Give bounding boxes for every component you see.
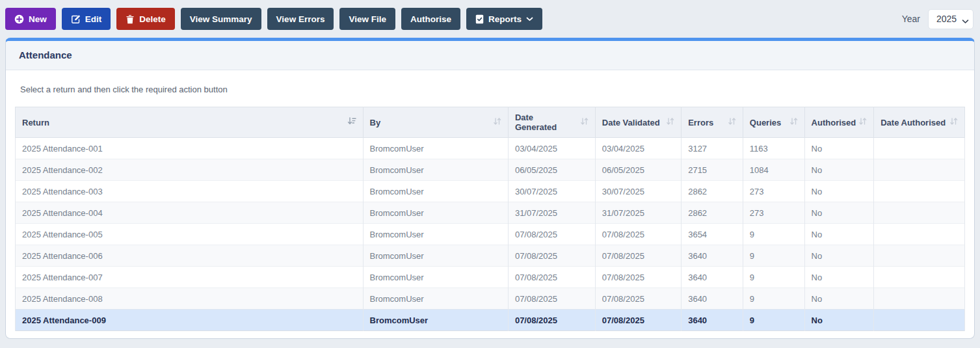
delete-button-label: Delete — [139, 14, 166, 24]
table-row[interactable]: 2025 Attendance-004BromcomUser31/07/2025… — [16, 202, 965, 224]
sort-icon — [580, 117, 589, 127]
cell-date_generated: 07/08/2025 — [508, 288, 595, 310]
view-summary-button-label: View Summary — [190, 14, 252, 24]
cell-date_generated: 07/08/2025 — [508, 267, 595, 288]
cell-errors: 2862 — [682, 202, 743, 224]
cell-date_generated: 31/07/2025 — [508, 202, 595, 224]
cell-authorised: No — [804, 159, 874, 181]
delete-button[interactable]: Delete — [116, 8, 175, 30]
table-row[interactable]: 2025 Attendance-007BromcomUser07/08/2025… — [16, 267, 965, 288]
cell-date_validated: 30/07/2025 — [595, 181, 681, 202]
cell-date_generated: 30/07/2025 — [508, 181, 595, 202]
instruction-text: Select a return and then click the requi… — [20, 85, 960, 94]
view-summary-button[interactable]: View Summary — [181, 8, 261, 30]
cell-return: 2025 Attendance-008 — [16, 288, 364, 310]
cell-date_generated: 07/08/2025 — [508, 310, 595, 331]
cell-return: 2025 Attendance-003 — [16, 181, 364, 202]
cell-date_generated: 03/04/2025 — [508, 138, 595, 159]
cell-date_validated: 07/08/2025 — [595, 288, 681, 310]
column-header-queries[interactable]: Queries — [743, 107, 804, 138]
column-header-date_generated[interactable]: Date Generated — [508, 107, 595, 138]
authorise-button[interactable]: Authorise — [401, 8, 460, 30]
cell-date_authorised — [874, 181, 965, 202]
cell-date_authorised — [874, 224, 965, 245]
cell-return: 2025 Attendance-002 — [16, 159, 364, 181]
cell-queries: 9 — [743, 245, 804, 267]
table-row[interactable]: 2025 Attendance-009BromcomUser07/08/2025… — [16, 310, 965, 331]
reports-dropdown-button[interactable]: Reports — [466, 8, 542, 30]
cell-authorised: No — [804, 245, 874, 267]
cell-date_authorised — [874, 310, 965, 331]
table-row[interactable]: 2025 Attendance-001BromcomUser03/04/2025… — [16, 138, 965, 159]
view-errors-button[interactable]: View Errors — [267, 8, 334, 30]
cell-date_generated: 06/05/2025 — [508, 159, 595, 181]
sort-icon — [493, 117, 501, 127]
cell-by: BromcomUser — [363, 202, 508, 224]
edit-button[interactable]: Edit — [62, 8, 111, 30]
column-label: By — [370, 118, 381, 127]
cell-by: BromcomUser — [363, 245, 508, 267]
column-header-date_authorised[interactable]: Date Authorised — [874, 107, 965, 138]
cell-authorised: No — [804, 181, 874, 202]
column-header-return[interactable]: Return — [16, 107, 364, 138]
cell-authorised: No — [804, 224, 874, 245]
cell-date_validated: 06/05/2025 — [595, 159, 681, 181]
cell-errors: 3640 — [682, 245, 743, 267]
year-filter: Year 2025 — [902, 9, 973, 29]
cell-queries: 9 — [743, 288, 804, 310]
plus-circle-icon — [14, 14, 24, 24]
cell-date_validated: 07/08/2025 — [595, 310, 681, 331]
cell-date_authorised — [874, 245, 965, 267]
cell-by: BromcomUser — [363, 267, 508, 288]
table-header-row: ReturnByDate GeneratedDate ValidatedErro… — [16, 107, 965, 138]
sort-icon — [728, 117, 736, 127]
new-button[interactable]: New — [5, 8, 56, 30]
cell-return: 2025 Attendance-005 — [16, 224, 364, 245]
cell-return: 2025 Attendance-001 — [16, 138, 364, 159]
panel-title: Attendance — [19, 49, 72, 60]
cell-queries: 273 — [743, 181, 804, 202]
cell-queries: 9 — [743, 224, 804, 245]
column-label: Date Validated — [602, 118, 660, 127]
cell-by: BromcomUser — [363, 138, 508, 159]
cell-date_generated: 07/08/2025 — [508, 224, 595, 245]
column-header-date_validated[interactable]: Date Validated — [595, 107, 681, 138]
sort-icon — [666, 117, 674, 127]
cell-date_authorised — [874, 202, 965, 224]
cell-date_authorised — [874, 159, 965, 181]
table-row[interactable]: 2025 Attendance-002BromcomUser06/05/2025… — [16, 159, 965, 181]
cell-return: 2025 Attendance-006 — [16, 245, 364, 267]
cell-date_validated: 07/08/2025 — [595, 267, 681, 288]
year-select[interactable]: 2025 — [928, 9, 973, 29]
cell-queries: 9 — [743, 267, 804, 288]
table-row[interactable]: 2025 Attendance-006BromcomUser07/08/2025… — [16, 245, 965, 267]
chevron-down-icon — [526, 17, 533, 21]
panel-body: Select a return and then click the requi… — [6, 70, 974, 345]
table-row[interactable]: 2025 Attendance-003BromcomUser30/07/2025… — [16, 181, 965, 202]
sort-icon — [949, 117, 958, 127]
column-header-by[interactable]: By — [363, 107, 508, 138]
sort-active-icon — [347, 117, 356, 127]
cell-by: BromcomUser — [363, 159, 508, 181]
cell-return: 2025 Attendance-004 — [16, 202, 364, 224]
cell-queries: 273 — [743, 202, 804, 224]
table-row[interactable]: 2025 Attendance-008BromcomUser07/08/2025… — [16, 288, 965, 310]
cell-authorised: No — [804, 202, 874, 224]
cell-date_authorised — [874, 138, 965, 159]
cell-authorised: No — [804, 138, 874, 159]
cell-errors: 3640 — [682, 267, 743, 288]
action-toolbar: New Edit Delete View Summary View Errors… — [0, 0, 980, 35]
view-errors-button-label: View Errors — [276, 14, 325, 24]
column-header-authorised[interactable]: Authorised — [804, 107, 874, 138]
table-body: 2025 Attendance-001BromcomUser03/04/2025… — [16, 138, 965, 331]
panel-header: Attendance — [6, 41, 974, 70]
cell-date_authorised — [874, 288, 965, 310]
view-file-button[interactable]: View File — [339, 8, 395, 30]
column-label: Date Generated — [515, 113, 577, 132]
cell-by: BromcomUser — [363, 310, 508, 331]
table-row[interactable]: 2025 Attendance-005BromcomUser07/08/2025… — [16, 224, 965, 245]
returns-table: ReturnByDate GeneratedDate ValidatedErro… — [15, 107, 965, 331]
column-header-errors[interactable]: Errors — [682, 107, 743, 138]
cell-queries: 1084 — [743, 159, 804, 181]
cell-date_authorised — [874, 267, 965, 288]
